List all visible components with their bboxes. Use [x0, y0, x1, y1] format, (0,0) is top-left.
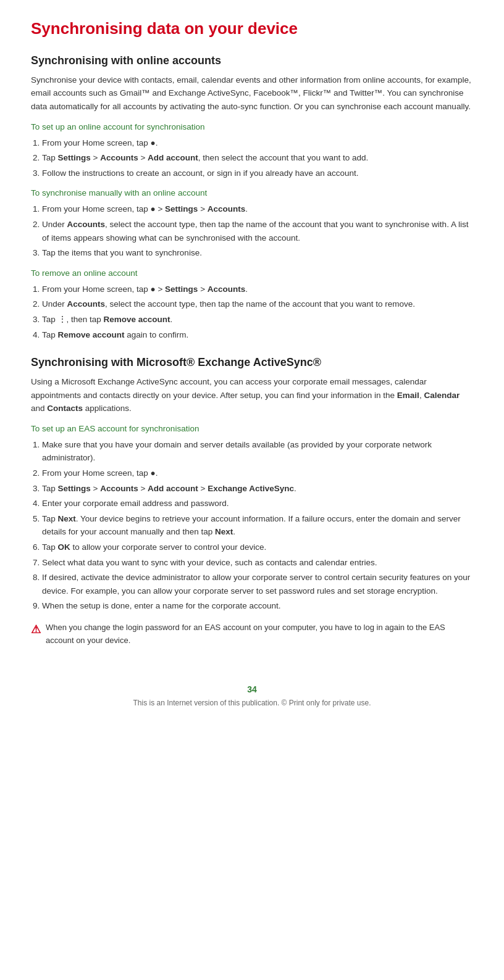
list-item: From your Home screen, tap ●.: [42, 467, 473, 480]
list-item: When the setup is done, enter a name for…: [42, 599, 473, 613]
subsection-manual-sync-steps: From your Home screen, tap ● > Settings …: [42, 202, 473, 259]
note-text: When you change the login password for a…: [46, 621, 473, 647]
list-item: Follow the instructions to create an acc…: [42, 167, 473, 180]
list-item: From your Home screen, tap ●.: [42, 136, 473, 150]
list-item: Enter your corporate email address and p…: [42, 497, 473, 510]
list-item: Tap OK to allow your corporate server to…: [42, 541, 473, 554]
section2-title: Synchronising with Microsoft® Exchange A…: [31, 356, 473, 369]
note-block: ⚠ When you change the login password for…: [31, 621, 473, 647]
subsection-online-setup-title: To set up an online account for synchron…: [31, 122, 473, 131]
page-title: Synchronising data on your device: [31, 19, 473, 39]
subsection-remove-account-title: To remove an online account: [31, 268, 473, 278]
note-icon: ⚠: [31, 621, 41, 638]
list-item: Under Accounts, select the account type,…: [42, 218, 473, 244]
footer-legal: This is an Internet version of this publ…: [133, 699, 371, 707]
page-number: 34: [31, 684, 473, 694]
list-item: Under Accounts, select the account type,…: [42, 297, 473, 311]
list-item: Tap Remove account again to confirm.: [42, 328, 473, 342]
subsection-remove-account-steps: From your Home screen, tap ● > Settings …: [42, 283, 473, 341]
page-footer: 34 This is an Internet version of this p…: [31, 684, 473, 707]
list-item: Tap Settings > Accounts > Add account > …: [42, 482, 473, 496]
list-item: If desired, activate the device administ…: [42, 571, 473, 597]
subsection-online-setup-steps: From your Home screen, tap ●. Tap Settin…: [42, 136, 473, 180]
section1-title: Synchronising with online accounts: [31, 54, 473, 67]
list-item: From your Home screen, tap ● > Settings …: [42, 202, 473, 216]
subsection-eas-setup-steps: Make sure that you have your domain and …: [42, 438, 473, 613]
subsection-eas-setup-title: To set up an EAS account for synchronisa…: [31, 424, 473, 433]
list-item: Tap the items that you want to synchroni…: [42, 246, 473, 260]
section1-intro: Synchronise your device with contacts, e…: [31, 73, 473, 114]
list-item: Make sure that you have your domain and …: [42, 438, 473, 465]
list-item: Select what data you want to sync with y…: [42, 556, 473, 570]
subsection-manual-sync-title: To synchronise manually with an online a…: [31, 188, 473, 197]
list-item: Tap Next. Your device begins to retrieve…: [42, 512, 473, 539]
list-item: Tap Settings > Accounts > Add account, t…: [42, 151, 473, 165]
list-item: Tap ⋮, then tap Remove account.: [42, 313, 473, 326]
list-item: From your Home screen, tap ● > Settings …: [42, 283, 473, 296]
section2-intro: Using a Microsoft Exchange ActiveSync ac…: [31, 375, 473, 415]
